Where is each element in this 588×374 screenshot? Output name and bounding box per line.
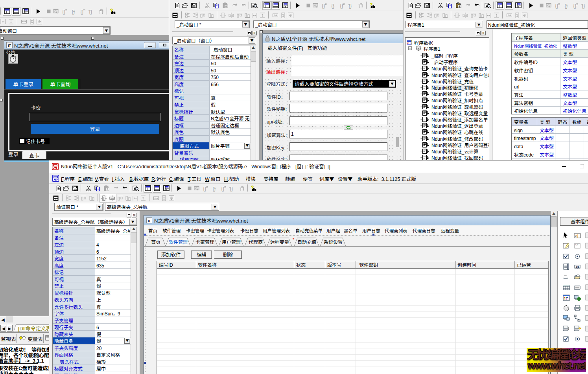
svg-text:{}: {} [203, 186, 206, 192]
svg-text:A|: A| [575, 233, 578, 238]
svg-text:e: e [407, 41, 409, 45]
svg-text:{}: {} [230, 186, 233, 192]
svg-text:CN: CN [575, 243, 579, 246]
svg-text:{}: {} [555, 3, 559, 9]
svg-text:{}: {} [62, 9, 66, 15]
svg-text:{}: {} [322, 3, 325, 9]
svg-text:{}: {} [582, 3, 585, 9]
svg-text:{}: {} [348, 3, 352, 9]
svg-text:{}: {} [89, 9, 92, 15]
svg-text:◀|▶: ◀|▶ [575, 265, 580, 269]
